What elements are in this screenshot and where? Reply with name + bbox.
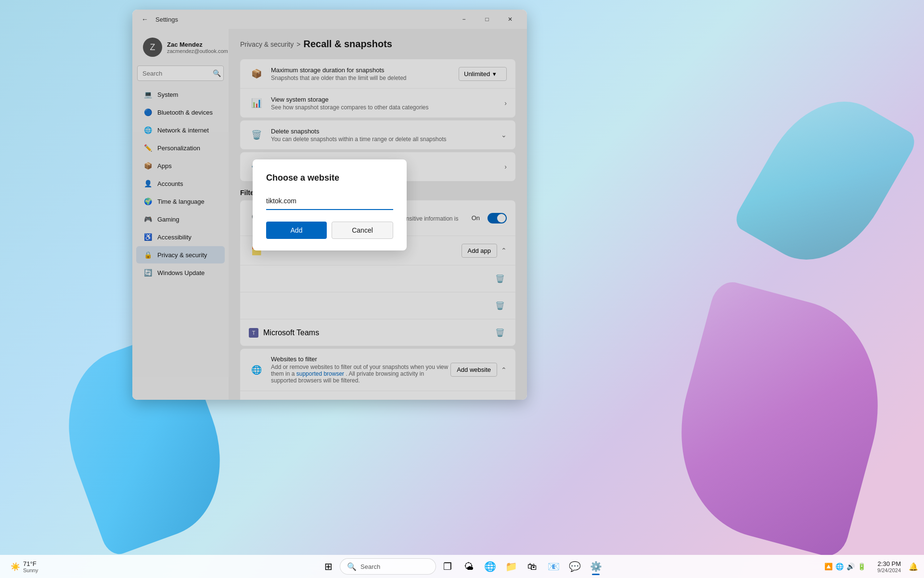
weather-desc: Sunny — [23, 567, 38, 573]
bg-decoration-3 — [731, 78, 920, 284]
taskbar-settings[interactable]: ⚙️ — [586, 557, 605, 576]
taskbar-taskview[interactable]: ❐ — [438, 557, 457, 576]
modal-overlay: Choose a website Add Cancel — [229, 29, 527, 400]
taskbar-search-text: Search — [360, 563, 380, 570]
taskbar-teams[interactable]: 💬 — [565, 557, 584, 576]
taskbar-edge[interactable]: 🌐 — [480, 557, 500, 576]
weather-temp: 71°F — [23, 560, 38, 567]
choose-website-dialog: Choose a website Add Cancel — [253, 159, 407, 250]
weather-icon: ☀️ — [11, 562, 20, 571]
battery-icon: 🔋 — [858, 563, 866, 570]
dialog-title: Choose a website — [266, 173, 393, 183]
clock[interactable]: 2:30 PM 9/24/2024 — [873, 558, 905, 575]
taskbar-search[interactable]: 🔍 Search — [340, 558, 436, 575]
volume-icon: 🔊 — [847, 563, 855, 570]
dialog-add-button[interactable]: Add — [266, 222, 327, 239]
taskbar-search-icon: 🔍 — [347, 562, 357, 571]
taskbar-widgets[interactable]: 🌤 — [459, 557, 478, 576]
clock-date: 9/24/2024 — [877, 567, 901, 573]
main-content: Privacy & security > Recall & snapshots … — [229, 29, 527, 400]
bg-decoration-2 — [655, 278, 904, 560]
settings-body: Z Zac Mendez zacmendez@outlook.com 🔍 💻 S… — [132, 29, 527, 400]
dialog-cancel-button[interactable]: Cancel — [332, 222, 393, 239]
notifications-icon[interactable]: 🔔 — [909, 562, 918, 571]
network-tray-icon: 🌐 — [835, 563, 844, 570]
taskbar: ☀️ 71°F Sunny ⊞ 🔍 Search ❐ 🌤 🌐 📁 🛍 📧 💬 ⚙… — [0, 555, 924, 578]
settings-window: ← Settings − □ ✕ Z Zac Mendez zacmendez@… — [132, 10, 527, 400]
taskbar-center: ⊞ 🔍 Search ❐ 🌤 🌐 📁 🛍 📧 💬 ⚙️ — [319, 557, 605, 576]
dialog-buttons: Add Cancel — [266, 222, 393, 239]
website-input[interactable] — [266, 193, 393, 210]
taskbar-store[interactable]: 🛍 — [523, 557, 542, 576]
taskbar-explorer[interactable]: 📁 — [501, 557, 521, 576]
taskbar-mail[interactable]: 📧 — [544, 557, 563, 576]
taskbar-start[interactable]: ⊞ — [319, 557, 338, 576]
system-tray[interactable]: 🔼 🌐 🔊 🔋 — [821, 561, 870, 572]
taskbar-right: 🔼 🌐 🔊 🔋 2:30 PM 9/24/2024 🔔 — [821, 558, 918, 575]
clock-time: 2:30 PM — [877, 560, 901, 567]
weather-widget[interactable]: ☀️ 71°F Sunny — [6, 558, 43, 575]
chevron-up-icon: 🔼 — [824, 563, 833, 570]
